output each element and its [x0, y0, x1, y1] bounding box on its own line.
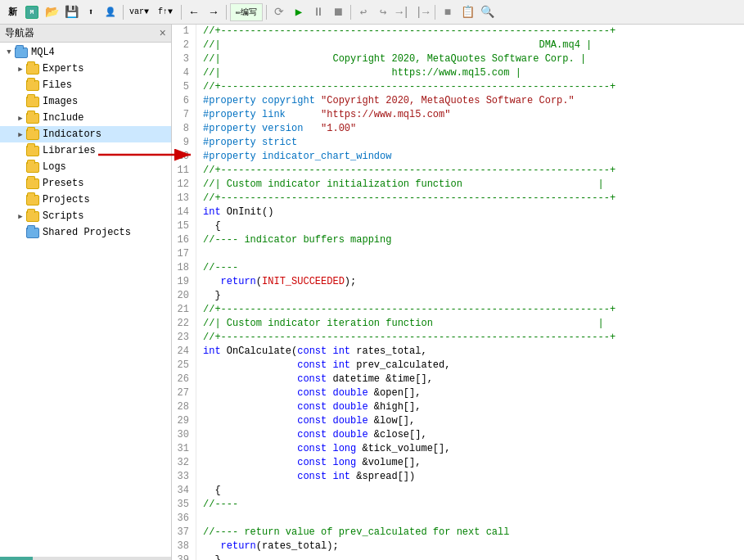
code-line-33: 33 const int &spread[]): [172, 470, 744, 484]
line-content-37: //---- return value of prev_calculated f…: [196, 526, 744, 540]
nav-item-include[interactable]: ▶ Include: [0, 110, 171, 126]
line-content-16: //---- indicator buffers mapping: [196, 233, 744, 247]
line-num-13: 13: [172, 192, 196, 205]
back-icon: ←: [191, 6, 197, 19]
line-num-31: 31: [172, 442, 196, 456]
line-content-8: #property version "1.00": [196, 122, 744, 136]
step-in-button[interactable]: ↪: [374, 3, 392, 21]
folder-include-icon: [26, 113, 39, 124]
line-num-7: 7: [172, 108, 196, 122]
line-content-22: //| Custom indicator iteration function …: [196, 317, 744, 331]
line-content-32: const long &volume[],: [196, 456, 744, 470]
nav-label-projects: Projects: [43, 194, 90, 205]
open-button[interactable]: 📂: [43, 3, 61, 21]
forward-button[interactable]: →: [205, 3, 223, 21]
main-area: 导航器 × ▼ MQL4 ▶ Experts ▶ Files: [0, 25, 744, 560]
find-icon: 🔍: [480, 5, 494, 19]
line-num-17: 17: [172, 247, 196, 261]
nav-label-shared-projects: Shared Projects: [43, 227, 131, 238]
run-button[interactable]: ▶: [290, 3, 308, 21]
expand-indicators-icon: ▶: [15, 130, 26, 139]
nav-item-projects[interactable]: ▶ Projects: [0, 192, 171, 208]
mql4-icon-btn[interactable]: M: [23, 3, 41, 21]
folder-presets-icon: [26, 178, 39, 189]
line-content-21: //+-------------------------------------…: [196, 303, 744, 317]
upload-button[interactable]: ⬆: [82, 3, 100, 21]
compile-button[interactable]: ✏️ 编写: [230, 3, 263, 21]
nav-item-shared-projects[interactable]: ▶ Shared Projects: [0, 224, 171, 241]
line-content-24: int OnCalculate(const int rates_total,: [196, 345, 744, 359]
line-num-39: 39: [172, 553, 196, 560]
nav-item-indicators[interactable]: ▶ Indicators: [0, 126, 171, 142]
line-content-4: //| https://www.mql5.com |: [196, 66, 744, 80]
code-line-38: 38 return(rates_total);: [172, 540, 744, 553]
save-icon: 💾: [65, 5, 79, 19]
line-content-33: const int &spread[]): [196, 470, 744, 484]
func-button[interactable]: f↑▼: [153, 3, 178, 21]
code-line-10: 10 #property indicator_chart_window: [172, 150, 744, 164]
line-content-1: //+-------------------------------------…: [196, 25, 744, 38]
code-line-14: 14 int OnInit(): [172, 205, 744, 219]
line-num-38: 38: [172, 540, 196, 553]
nav-item-files[interactable]: ▶ Files: [0, 77, 171, 93]
code-editor[interactable]: 1 //+-----------------------------------…: [172, 25, 744, 560]
stop2-button[interactable]: ■: [439, 3, 457, 21]
copy-button[interactable]: 📋: [458, 3, 476, 21]
navigator-close-button[interactable]: ×: [160, 27, 166, 40]
code-line-31: 31 const long &tick_volume[],: [172, 442, 744, 456]
line-content-27: const double &open[],: [196, 386, 744, 400]
var-button[interactable]: var▼: [127, 3, 151, 21]
stop-button[interactable]: ⏹: [329, 3, 347, 21]
open-icon: 📂: [45, 5, 59, 19]
nav-item-presets[interactable]: ▶ Presets: [0, 175, 171, 192]
nav-label-indicators: Indicators: [43, 129, 101, 140]
nav-label-include: Include: [43, 112, 83, 124]
step-out-button[interactable]: ↩: [354, 3, 372, 21]
nav-item-experts[interactable]: ▶ Experts: [0, 61, 171, 77]
refresh-button[interactable]: ⟳: [270, 3, 288, 21]
code-line-17: 17: [172, 247, 744, 261]
line-content-14: int OnInit(): [196, 205, 744, 219]
line-num-11: 11: [172, 164, 196, 178]
expand-experts-icon: ▶: [15, 65, 26, 74]
new-button[interactable]: 新: [3, 3, 21, 21]
nav-item-mql4[interactable]: ▼ MQL4: [0, 44, 171, 61]
code-line-25: 25 const int prev_calculated,: [172, 359, 744, 373]
nav-scroll-thumb: [0, 557, 33, 560]
code-line-12: 12 //| Custom indicator initialization f…: [172, 178, 744, 192]
nav-label-files: Files: [43, 79, 72, 91]
line-num-14: 14: [172, 205, 196, 219]
nav-item-scripts[interactable]: ▶ Scripts: [0, 208, 171, 224]
profile-button[interactable]: 👤: [101, 3, 119, 21]
find-button[interactable]: 🔍: [478, 3, 496, 21]
stop-icon: ⏹: [332, 6, 344, 19]
folder-projects-icon: [26, 195, 39, 205]
step-over-button[interactable]: →|: [394, 3, 412, 21]
save-button[interactable]: 💾: [62, 3, 80, 21]
sep1: [123, 5, 124, 20]
nav-item-images[interactable]: ▶ Images: [0, 93, 171, 110]
code-line-28: 28 const double &high[],: [172, 400, 744, 414]
line-num-35: 35: [172, 498, 196, 512]
line-content-39: }: [196, 553, 744, 560]
code-line-27: 27 const double &open[],: [172, 386, 744, 400]
line-content-31: const long &tick_volume[],: [196, 442, 744, 456]
line-content-15: {: [196, 219, 744, 233]
code-line-22: 22 //| Custom indicator iteration functi…: [172, 317, 744, 331]
step-in-icon: ↪: [380, 5, 386, 19]
pause-button[interactable]: ⏸: [309, 3, 327, 21]
expand-include-icon: ▶: [15, 114, 26, 123]
line-content-29: const double &low[],: [196, 414, 744, 428]
nav-item-libraries[interactable]: ▶ Libraries: [0, 142, 171, 159]
line-num-3: 3: [172, 52, 196, 66]
sep6: [435, 5, 435, 20]
line-num-29: 29: [172, 414, 196, 428]
line-num-18: 18: [172, 261, 196, 275]
pause-icon: ⏸: [313, 6, 324, 19]
line-num-19: 19: [172, 275, 196, 289]
step-next-button[interactable]: |→: [413, 3, 431, 21]
back-button[interactable]: ←: [185, 3, 203, 21]
nav-item-logs[interactable]: ▶ Logs: [0, 159, 171, 175]
navigator-panel: 导航器 × ▼ MQL4 ▶ Experts ▶ Files: [0, 25, 172, 560]
line-num-34: 34: [172, 484, 196, 498]
